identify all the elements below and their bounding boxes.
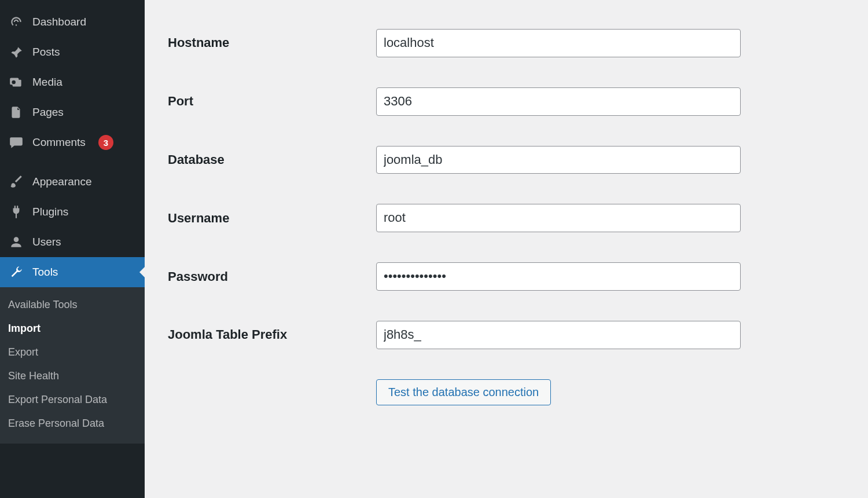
hostname-row: Hostname [168, 29, 746, 57]
sidebar-item-label: Tools [32, 266, 58, 279]
prefix-row: Joomla Table Prefix [168, 321, 746, 349]
comments-icon [8, 134, 24, 151]
tools-submenu: Available Tools Import Export Site Healt… [0, 287, 145, 444]
sidebar-item-appearance[interactable]: Appearance [0, 167, 145, 197]
password-row: Password [168, 262, 746, 291]
username-row: Username [168, 204, 746, 232]
submenu-site-health[interactable]: Site Health [0, 364, 145, 388]
wrench-icon [8, 264, 24, 280]
port-input[interactable] [376, 87, 741, 116]
pages-icon [8, 104, 24, 120]
button-row: Test the database connection [168, 379, 746, 405]
dashboard-icon [8, 14, 24, 30]
sidebar-item-label: Media [32, 76, 62, 89]
comments-count-badge: 3 [98, 135, 113, 150]
sidebar-item-comments[interactable]: Comments 3 [0, 127, 145, 158]
admin-sidebar: Dashboard Posts Media Pages Comments 3 A… [0, 0, 145, 498]
prefix-input[interactable] [376, 321, 741, 349]
sidebar-item-label: Plugins [32, 206, 68, 218]
sidebar-separator [0, 160, 145, 164]
database-input[interactable] [376, 146, 741, 174]
sidebar-item-label: Posts [32, 46, 60, 58]
database-row: Database [168, 146, 746, 174]
sidebar-item-label: Comments [32, 136, 86, 149]
plug-icon [8, 204, 24, 220]
sidebar-item-label: Appearance [32, 175, 91, 188]
sidebar-item-posts[interactable]: Posts [0, 37, 145, 67]
port-row: Port [168, 87, 746, 116]
pin-icon [8, 44, 24, 60]
sidebar-item-users[interactable]: Users [0, 227, 145, 257]
main-content: Hostname Port Database Username Password [145, 0, 868, 498]
brush-icon [8, 174, 24, 190]
password-label: Password [168, 269, 376, 284]
sidebar-item-tools[interactable]: Tools [0, 257, 145, 287]
sidebar-item-label: Dashboard [32, 16, 86, 28]
user-icon [8, 234, 24, 250]
submenu-available-tools[interactable]: Available Tools [0, 293, 145, 317]
username-label: Username [168, 211, 376, 226]
sidebar-item-label: Users [32, 236, 61, 248]
submenu-export[interactable]: Export [0, 340, 145, 364]
sidebar-item-media[interactable]: Media [0, 67, 145, 97]
port-label: Port [168, 94, 376, 109]
submenu-erase-personal-data[interactable]: Erase Personal Data [0, 412, 145, 435]
media-icon [8, 74, 24, 90]
password-input[interactable] [376, 262, 741, 291]
submenu-export-personal-data[interactable]: Export Personal Data [0, 388, 145, 412]
sidebar-item-dashboard[interactable]: Dashboard [0, 7, 145, 37]
prefix-label: Joomla Table Prefix [168, 327, 376, 342]
sidebar-item-plugins[interactable]: Plugins [0, 197, 145, 227]
hostname-input[interactable] [376, 29, 741, 57]
db-connection-form: Hostname Port Database Username Password [168, 29, 746, 405]
submenu-import[interactable]: Import [0, 317, 145, 340]
username-input[interactable] [376, 204, 741, 232]
sidebar-item-pages[interactable]: Pages [0, 97, 145, 127]
test-connection-button[interactable]: Test the database connection [376, 379, 551, 405]
hostname-label: Hostname [168, 35, 376, 50]
database-label: Database [168, 152, 376, 167]
sidebar-item-label: Pages [32, 106, 64, 119]
